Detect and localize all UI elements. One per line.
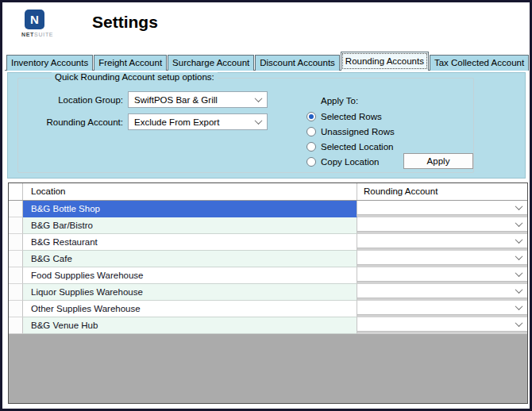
tab-list: Inventory AccountsFreight AccountSurchar… xyxy=(6,52,532,71)
rounding-account-value: Exclude From Export xyxy=(134,117,219,127)
table-row[interactable]: Food Suppplies Warehouse xyxy=(9,267,527,284)
rounding-account-label: Rounding Account: xyxy=(18,117,123,127)
row-selector-header xyxy=(9,183,23,200)
settings-window: N NETSUITE Settings Inventory AccountsFr… xyxy=(0,0,532,411)
location-cell[interactable]: B&G Bar/Bistro xyxy=(23,217,357,234)
radio-option-unassigned-rows[interactable]: Unassigned Rows xyxy=(306,124,395,139)
rounding-account-row-dropdown[interactable] xyxy=(357,217,527,232)
apply-button[interactable]: Apply xyxy=(403,153,473,169)
netsuite-logo-text: NETSUITE xyxy=(21,32,72,37)
row-selector-cell[interactable] xyxy=(9,251,23,267)
rounding-account-cell xyxy=(357,201,527,217)
table-row[interactable]: B&G Bottle Shop xyxy=(9,201,527,217)
table-header: Location Rounding Account xyxy=(9,183,527,201)
tab-tax-collected-account[interactable]: Tax Collected Account xyxy=(430,55,529,71)
location-cell[interactable]: B&G Cafe xyxy=(23,251,357,267)
location-cell[interactable]: Other Supplies Warehouse xyxy=(23,301,357,317)
location-cell[interactable]: B&G Restaurant xyxy=(23,234,357,251)
row-selector-cell[interactable] xyxy=(9,201,23,217)
rounding-account-column-header[interactable]: Rounding Account xyxy=(357,183,527,200)
table-row[interactable]: B&G Bar/Bistro xyxy=(9,217,527,234)
chevron-down-icon xyxy=(515,252,523,260)
tab-discount-accounts[interactable]: Discount Accounts xyxy=(255,55,340,71)
table-row[interactable]: B&G Cafe xyxy=(9,251,527,267)
tab-bar: Inventory AccountsFreight AccountSurchar… xyxy=(6,51,530,71)
tab-inventory-accounts[interactable]: Inventory Accounts xyxy=(6,55,93,71)
radio-option-selected-rows[interactable]: Selected Rows xyxy=(306,109,395,124)
chevron-down-icon xyxy=(255,117,263,125)
location-column-header[interactable]: Location xyxy=(23,183,357,200)
location-cell[interactable]: Liquor Supplies Warehouse xyxy=(23,284,357,301)
location-group-label: Location Group: xyxy=(18,95,123,105)
groupbox-legend: Quick Rounding Account setup options: xyxy=(52,72,218,82)
table-body: B&G Bottle ShopB&G Bar/BistroB&G Restaur… xyxy=(9,201,527,334)
chevron-down-icon xyxy=(515,236,523,244)
row-selector-cell[interactable] xyxy=(9,317,23,334)
radio-option-label: Unassigned Rows xyxy=(321,127,395,136)
chevron-down-icon xyxy=(515,286,523,294)
quick-setup-panel: Quick Rounding Account setup options: Lo… xyxy=(7,72,526,179)
apply-to-options: Selected RowsUnassigned RowsSelected Loc… xyxy=(306,109,395,169)
rounding-account-row-dropdown[interactable] xyxy=(357,317,527,332)
location-cell[interactable]: B&G Bottle Shop xyxy=(23,201,357,217)
rounding-account-cell xyxy=(357,317,527,334)
table-row[interactable]: Liquor Supplies Warehouse xyxy=(9,284,527,301)
page-title: Settings xyxy=(92,13,158,32)
chevron-down-icon xyxy=(515,202,523,210)
rounding-account-row-dropdown[interactable] xyxy=(357,284,527,298)
location-cell[interactable]: B&G Venue Hub xyxy=(23,317,357,334)
rounding-account-cell xyxy=(357,267,527,284)
table-row[interactable]: Other Supplies Warehouse xyxy=(9,301,527,317)
row-selector-cell[interactable] xyxy=(9,301,23,317)
radio-option-label: Copy Location xyxy=(321,157,380,167)
row-selector-cell[interactable] xyxy=(9,284,23,301)
chevron-down-icon xyxy=(515,319,523,327)
row-selector-cell[interactable] xyxy=(9,234,23,251)
netsuite-logo-icon: N xyxy=(25,10,44,29)
rounding-account-cell xyxy=(357,234,527,251)
rounding-account-row-dropdown[interactable] xyxy=(357,267,527,282)
radio-button-icon[interactable] xyxy=(306,142,316,152)
rounding-account-dropdown[interactable]: Exclude From Export xyxy=(128,113,268,130)
table-row[interactable]: B&G Venue Hub xyxy=(9,317,527,334)
logo-text-light: SUITE xyxy=(34,32,53,37)
table-empty-area xyxy=(9,334,527,403)
location-group-row: Location Group: SwiftPOS Bar & Grill xyxy=(18,91,268,108)
netsuite-logo: N NETSUITE xyxy=(21,10,72,37)
location-group-value: SwiftPOS Bar & Grill xyxy=(134,95,218,105)
rounding-account-row: Rounding Account: Exclude From Export xyxy=(18,113,268,130)
apply-to-label: Apply To: xyxy=(321,96,358,106)
rounding-account-row-dropdown[interactable] xyxy=(357,201,527,215)
location-cell[interactable]: Food Suppplies Warehouse xyxy=(23,267,357,284)
rounding-account-cell xyxy=(357,251,527,267)
radio-option-selected-location[interactable]: Selected Location xyxy=(306,139,395,154)
table-row[interactable]: B&G Restaurant xyxy=(9,234,527,251)
rounding-account-cell xyxy=(357,284,527,301)
chevron-down-icon xyxy=(255,94,263,102)
locations-table: Location Rounding Account B&G Bottle Sho… xyxy=(8,182,528,404)
tab-rounding-accounts[interactable]: Rounding Accounts xyxy=(341,52,429,71)
tab-freight-account[interactable]: Freight Account xyxy=(94,55,167,71)
rounding-account-row-dropdown[interactable] xyxy=(357,301,527,315)
row-selector-cell[interactable] xyxy=(9,217,23,234)
logo-text-bold: NET xyxy=(21,32,34,37)
radio-button-icon[interactable] xyxy=(306,112,316,121)
radio-option-label: Selected Rows xyxy=(321,112,382,121)
chevron-down-icon xyxy=(515,302,523,310)
chevron-down-icon xyxy=(515,219,523,227)
radio-button-icon[interactable] xyxy=(306,157,316,167)
tab-surcharge-account[interactable]: Surcharge Account xyxy=(168,55,254,71)
rounding-account-cell xyxy=(357,217,527,234)
location-group-dropdown[interactable]: SwiftPOS Bar & Grill xyxy=(128,91,268,108)
radio-button-icon[interactable] xyxy=(306,127,316,136)
radio-option-label: Selected Location xyxy=(321,142,393,152)
rounding-account-row-dropdown[interactable] xyxy=(357,234,527,248)
radio-option-copy-location[interactable]: Copy Location xyxy=(306,154,395,169)
row-selector-cell[interactable] xyxy=(9,267,23,284)
rounding-account-row-dropdown[interactable] xyxy=(357,251,527,265)
chevron-down-icon xyxy=(515,269,523,277)
rounding-account-cell xyxy=(357,301,527,317)
quick-setup-groupbox: Quick Rounding Account setup options: Lo… xyxy=(17,78,474,173)
